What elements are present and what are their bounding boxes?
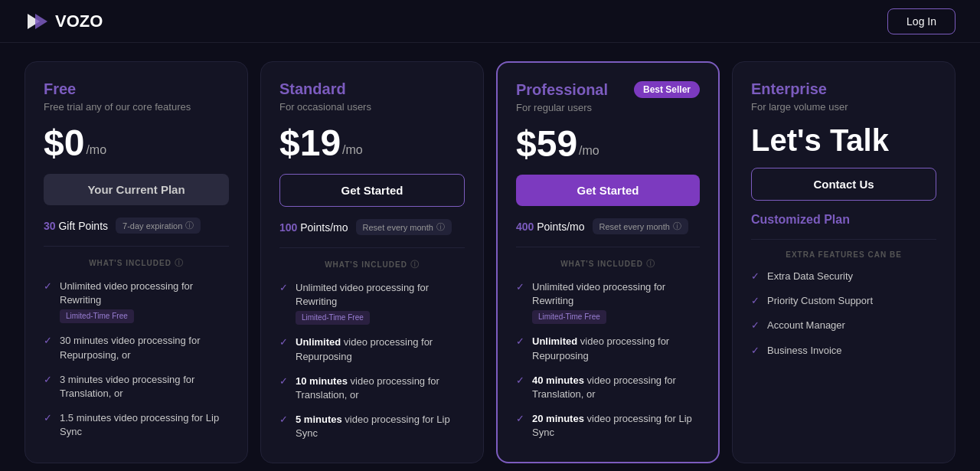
points-row-standard: 100 Points/mo Reset every month ⓘ [279, 219, 465, 235]
plan-desc-enterprise: For large volume user [751, 101, 936, 113]
check-icon: ✓ [751, 295, 760, 306]
feature-item: ✓ Unlimited video processing for Rewriti… [44, 280, 229, 323]
check-icon: ✓ [44, 280, 52, 292]
feature-item: ✓ 40 minutes video processing for Transl… [516, 374, 700, 401]
feature-list-free: ✓ Unlimited video processing for Rewriti… [44, 280, 229, 440]
points-row-professional: 400 Points/mo Reset every month ⓘ [516, 218, 700, 234]
points-tag-free: 7-day expiration ⓘ [116, 218, 201, 234]
cta-enterprise[interactable]: Contact Us [751, 168, 936, 201]
info-icon-section-professional: ⓘ [646, 258, 655, 270]
logo: VOZO [24, 9, 103, 34]
check-icon: ✓ [44, 412, 52, 424]
plan-desc-standard: For occasional users [279, 101, 465, 113]
login-button[interactable]: Log In [887, 8, 956, 34]
plan-card-professional: Professional Best Seller For regular use… [496, 61, 720, 463]
check-icon: ✓ [516, 413, 524, 424]
plan-name-free: Free [44, 80, 76, 98]
info-icon-free: ⓘ [185, 220, 194, 231]
feature-list-enterprise: ✓ Extra Data Security ✓ Priority Custom … [751, 270, 936, 358]
price-talk-enterprise: Let's Talk [751, 125, 936, 155]
feature-item: ✓ Priority Custom Support [751, 294, 936, 308]
check-icon: ✓ [44, 335, 52, 346]
plan-desc-professional: For regular users [516, 102, 700, 113]
price-row-free: $0 /mo [44, 125, 229, 162]
section-label-standard: WHAT'S INCLUDED ⓘ [279, 259, 465, 270]
check-icon: ✓ [279, 375, 288, 387]
points-label-professional: 400 Points/mo [516, 221, 585, 233]
points-row-free: 30 Gift Points 7-day expiration ⓘ [44, 218, 229, 234]
price-professional: $59 [516, 126, 577, 162]
info-icon-standard: ⓘ [436, 221, 445, 233]
check-icon: ✓ [751, 319, 760, 331]
logo-icon [24, 9, 49, 34]
header: VOZO Log In [0, 0, 980, 43]
plan-name-enterprise: Enterprise [751, 80, 827, 98]
points-label-standard: 100 Points/mo [279, 221, 348, 234]
cta-professional[interactable]: Get Started [516, 175, 700, 206]
section-label-professional: WHAT'S INCLUDED ⓘ [516, 258, 700, 270]
feature-item: ✓ 30 minutes video processing for Repurp… [44, 334, 229, 361]
plan-card-free: Free Free trial any of our core features… [24, 61, 248, 463]
check-icon: ✓ [751, 270, 760, 282]
feature-item: ✓ 10 minutes video processing for Transl… [279, 375, 465, 402]
check-icon: ✓ [516, 375, 524, 386]
feature-item: ✓ Business Invoice [751, 344, 936, 358]
plan-header-free: Free [44, 80, 229, 98]
best-seller-badge: Best Seller [634, 81, 700, 98]
price-suffix-free: /mo [86, 143, 106, 157]
plan-card-standard: Standard For occasional users $19 /mo Ge… [260, 61, 484, 463]
feature-item: ✓ Unlimited video processing for Repurpo… [279, 335, 465, 363]
check-icon: ✓ [751, 345, 760, 356]
price-suffix-standard: /mo [342, 143, 363, 157]
feature-item: ✓ Unlimited video processing for Rewriti… [516, 280, 700, 324]
price-row-standard: $19 /mo [279, 125, 465, 162]
plan-name-professional: Professional [516, 81, 608, 99]
info-icon-professional: ⓘ [673, 221, 681, 232]
feature-item: ✓ 20 minutes video processing for Lip Sy… [516, 412, 700, 440]
price-standard: $19 [279, 125, 341, 162]
plans-container: Free Free trial any of our core features… [0, 43, 980, 471]
feature-item: ✓ Account Manager [751, 319, 936, 332]
logo-text: VOZO [55, 11, 103, 31]
check-icon: ✓ [279, 282, 288, 293]
check-icon: ✓ [516, 281, 524, 293]
plan-header-professional: Professional Best Seller [516, 81, 700, 99]
plan-desc-free: Free trial any of our core features [44, 101, 229, 113]
price-row-professional: $59 /mo [516, 126, 700, 162]
info-icon-section-free: ⓘ [175, 257, 184, 269]
section-label-free: WHAT'S INCLUDED ⓘ [44, 257, 229, 269]
plan-header-standard: Standard [279, 80, 465, 98]
plan-name-standard: Standard [279, 80, 346, 98]
cta-free[interactable]: Your Current Plan [44, 174, 229, 205]
points-tag-standard: Reset every month ⓘ [356, 219, 452, 235]
points-tag-professional: Reset every month ⓘ [593, 218, 688, 234]
check-icon: ✓ [279, 414, 288, 425]
check-icon: ✓ [516, 335, 524, 347]
price-suffix-professional: /mo [579, 144, 599, 158]
customized-label-enterprise: Customized Plan [751, 213, 936, 227]
check-icon: ✓ [44, 374, 52, 385]
feature-list-standard: ✓ Unlimited video processing for Rewriti… [279, 281, 465, 441]
plan-header-enterprise: Enterprise [751, 80, 936, 98]
feature-list-professional: ✓ Unlimited video processing for Rewriti… [516, 280, 700, 440]
feature-item: ✓ Unlimited video processing for Repurpo… [516, 335, 700, 362]
cta-standard[interactable]: Get Started [279, 174, 465, 207]
feature-item: ✓ 1.5 minutes video processing for Lip S… [44, 411, 229, 439]
plan-card-enterprise: Enterprise For large volume user Let's T… [732, 61, 956, 463]
info-icon-section-standard: ⓘ [410, 259, 420, 270]
points-label-free: 30 Gift Points [44, 220, 108, 232]
svg-marker-1 [35, 14, 47, 29]
feature-item: ✓ 3 minutes video processing for Transla… [44, 373, 229, 401]
feature-item: ✓ 5 minutes video processing for Lip Syn… [279, 413, 465, 440]
feature-item: ✓ Extra Data Security [751, 270, 936, 283]
section-label-enterprise: EXTRA FEATURES CAN BE [751, 250, 936, 259]
check-icon: ✓ [279, 336, 288, 348]
price-free: $0 [44, 125, 84, 162]
feature-item: ✓ Unlimited video processing for Rewriti… [279, 281, 465, 325]
